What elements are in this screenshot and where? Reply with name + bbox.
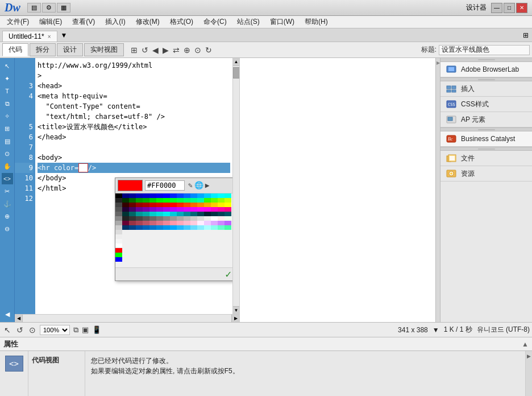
color-cell[interactable] <box>143 221 149 225</box>
color-cell[interactable] <box>163 221 170 225</box>
cp-arrow-icon[interactable]: ▶ <box>205 180 210 191</box>
color-cell[interactable] <box>170 193 177 198</box>
color-cell[interactable] <box>184 193 190 198</box>
color-cell[interactable] <box>149 225 156 230</box>
color-cell[interactable] <box>190 203 197 207</box>
color-cell[interactable] <box>129 225 136 230</box>
toolbar-browser-icon[interactable]: ⊕ <box>182 45 192 55</box>
color-cell[interactable] <box>143 225 149 230</box>
color-cell[interactable] <box>163 207 170 212</box>
panel-item-insert[interactable]: 插入 <box>440 81 532 97</box>
right-panel-strip[interactable]: ▶ <box>435 58 440 322</box>
color-cell[interactable] <box>149 212 156 216</box>
panel-item-assets[interactable]: 资源 <box>440 166 532 182</box>
menu-format[interactable]: 格式(O) <box>165 16 198 28</box>
color-cell[interactable] <box>218 198 225 203</box>
sb-refresh-icon[interactable]: ↺ <box>15 325 25 335</box>
color-cell[interactable] <box>184 203 190 207</box>
color-cell[interactable] <box>177 198 184 203</box>
color-cell[interactable] <box>204 221 211 225</box>
color-cell[interactable] <box>184 221 190 225</box>
color-cell[interactable] <box>197 212 204 216</box>
color-cell[interactable] <box>225 216 231 221</box>
color-cell[interactable] <box>143 216 149 221</box>
color-cell[interactable] <box>122 221 129 225</box>
cp-globe-icon[interactable]: 🌐 <box>194 180 203 191</box>
lt-format-icon[interactable]: ▤ <box>2 135 13 147</box>
color-cell[interactable] <box>177 221 184 225</box>
lt-snip-icon[interactable]: ✂ <box>2 185 13 197</box>
sb-icon-copy[interactable]: ⧉ <box>72 325 80 335</box>
color-cell[interactable] <box>225 212 231 216</box>
color-cell[interactable] <box>177 193 184 198</box>
color-cell[interactable] <box>204 203 211 207</box>
lt-anchor-icon[interactable]: ⚓ <box>2 198 13 209</box>
color-cell[interactable] <box>211 216 218 221</box>
menu-file[interactable]: 文件(F) <box>2 16 34 28</box>
toolbar-reload-icon[interactable]: ↻ <box>204 45 213 55</box>
color-cell[interactable] <box>184 198 190 203</box>
menu-command[interactable]: 命令(C) <box>199 16 231 28</box>
color-cell[interactable] <box>122 225 129 230</box>
bw-1[interactable] <box>115 198 122 203</box>
color-cell[interactable] <box>129 216 136 221</box>
color-cell[interactable] <box>204 198 211 203</box>
hscroll-track[interactable] <box>23 315 231 323</box>
bw-10[interactable] <box>115 239 122 244</box>
color-cell[interactable] <box>218 212 225 216</box>
color-cell[interactable] <box>163 203 170 207</box>
sb-icon-phone[interactable]: 📱 <box>91 325 102 335</box>
color-cell[interactable] <box>163 225 170 230</box>
mode-design[interactable]: 设计 <box>57 43 83 56</box>
color-cell[interactable] <box>156 225 163 230</box>
color-cell[interactable] <box>149 198 156 203</box>
document-tab[interactable]: Untitled-11* × <box>2 31 57 42</box>
color-cell[interactable] <box>184 212 190 216</box>
menu-view[interactable]: 查看(V) <box>68 16 99 28</box>
color-cell[interactable] <box>170 212 177 216</box>
color-cell[interactable] <box>156 198 163 203</box>
color-cell[interactable] <box>190 198 197 203</box>
hscroll-right[interactable]: ▶ <box>231 315 239 323</box>
color-cell[interactable] <box>211 193 218 198</box>
bw-9[interactable] <box>115 234 122 239</box>
maximize-button[interactable]: □ <box>504 3 515 13</box>
color-cell[interactable] <box>156 193 163 198</box>
color-cell[interactable] <box>190 221 197 225</box>
color-cell[interactable] <box>211 198 218 203</box>
color-cell[interactable] <box>170 225 177 230</box>
color-cell[interactable] <box>129 212 136 216</box>
sb-zoom-select[interactable]: 100% 150% 200% 50% <box>40 325 70 335</box>
color-cell[interactable] <box>136 193 143 198</box>
color-cell[interactable] <box>177 212 184 216</box>
color-cell[interactable] <box>190 216 197 221</box>
color-cell[interactable] <box>129 207 136 212</box>
color-cell[interactable] <box>211 212 218 216</box>
color-cell[interactable] <box>225 193 231 198</box>
special-green[interactable] <box>115 253 122 257</box>
color-cell[interactable] <box>136 203 143 207</box>
color-cell[interactable] <box>156 203 163 207</box>
color-cell[interactable] <box>204 193 211 198</box>
special-red[interactable] <box>115 248 122 253</box>
editor-hscroll[interactable]: ◀ ▶ <box>15 314 239 322</box>
color-cell[interactable] <box>225 207 231 212</box>
color-cell[interactable] <box>170 207 177 212</box>
color-cell[interactable] <box>170 203 177 207</box>
panel-item-css[interactable]: CSS CSS样式 <box>440 97 532 112</box>
color-cell[interactable] <box>122 207 129 212</box>
color-cell[interactable] <box>197 225 204 230</box>
color-cell[interactable] <box>218 225 225 230</box>
color-cell[interactable] <box>149 207 156 212</box>
color-cell[interactable] <box>170 216 177 221</box>
tab-expand-button[interactable]: ▼ <box>60 30 69 40</box>
color-cell[interactable] <box>163 212 170 216</box>
lt-text-icon[interactable]: T <box>2 85 13 97</box>
color-cell[interactable] <box>163 198 170 203</box>
scroll-up-arrow[interactable]: ▲ <box>233 58 239 66</box>
cp-checkmark[interactable]: ✓ <box>225 269 231 279</box>
color-cell[interactable] <box>122 198 129 203</box>
mode-live[interactable]: 实时视图 <box>84 43 124 56</box>
lt-bottom-icon[interactable]: ◀ <box>2 308 13 320</box>
special-blue[interactable] <box>115 257 122 262</box>
